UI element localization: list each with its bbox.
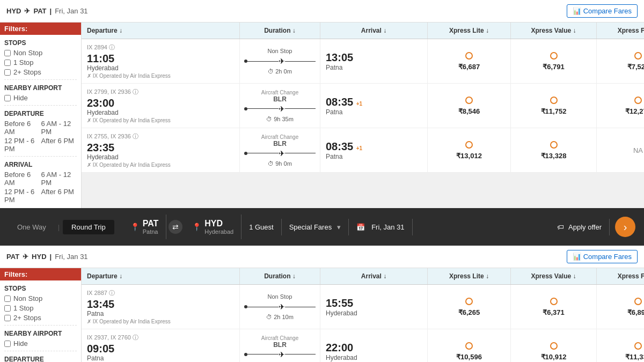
lite-cell-1-2[interactable]: ₹8,546 [428,84,511,128]
value-cell-1-2[interactable]: ₹11,752 [511,84,597,128]
tab-oneway[interactable]: One Way [9,220,55,234]
lite-radio-1-3[interactable] [465,141,473,149]
route2-date: Fri, Jan 31 [55,253,87,261]
flex-radio-2-1[interactable] [634,298,642,305]
from-field[interactable]: 📍 PAT Patna [123,215,167,239]
date-value: Fri, Jan 31 [371,223,404,231]
twostop1-checkbox[interactable] [4,69,11,76]
value-cell-2-1[interactable]: ₹6,371 [511,285,597,329]
arr-cell-2-1: 15:55 Hyderabad [320,285,428,329]
flex-radio-1-2[interactable] [634,97,642,104]
filter-1stop2[interactable]: 1 Stop [4,304,77,312]
lite-cell-2-2[interactable]: ₹10,596 [428,329,511,362]
flex-cell-1-2[interactable]: ₹12,278 [597,84,644,128]
value-radio-1-1[interactable] [550,52,558,60]
flex-cell-2-2[interactable]: ₹11,332 [597,329,644,362]
flex-cell-1-3: NA [597,128,644,172]
next-btn[interactable]: › [615,217,635,237]
flex-cell-2-1[interactable]: ₹6,895 [597,285,644,329]
route1-sep: | [50,7,52,15]
guests-value: 1 Guest [249,223,274,231]
filter-hide2[interactable]: Hide [4,339,77,348]
filter-nonstop1[interactable]: Non Stop [4,49,77,57]
route2-to: HYD [32,253,46,261]
value-cell-1-1[interactable]: ₹6,791 [511,39,597,83]
swap-btn[interactable]: ⇄ [169,220,182,234]
flight-row-1-2: IX 2799, IX 2936 ⓘ 23:00 Hyderabad ✗ IX … [82,84,644,128]
twostop2-label: 2+ Stops [13,314,41,322]
dep-cell-1-2: IX 2799, IX 2936 ⓘ 23:00 Hyderabad ✗ IX … [82,84,240,128]
filter-nonstop2[interactable]: Non Stop [4,294,77,302]
route1-to: PAT [33,7,46,15]
flight-row-2-1: IX 2887 ⓘ 13:45 Patna ✗ IX Operated by A… [82,285,644,329]
tag-icon: 🏷 [557,223,564,231]
value-cell-1-3[interactable]: ₹13,328 [511,128,597,172]
lite-radio-1-1[interactable] [465,52,473,60]
dep-cell-1-1: IX 2894 ⓘ 11:05 Hyderabad ✗ IX Operated … [82,39,240,83]
calendar-icon: 📅 [356,223,365,231]
route1-date: Fri, Jan 31 [55,7,87,15]
filters2-title: Filters: [0,268,81,280]
onestop1-checkbox[interactable] [4,60,11,66]
col-lite2: Xpress Lite ↓ [428,268,511,284]
departure1-label: DEPARTURE [4,110,77,117]
value-cell-2-2[interactable]: ₹10,912 [511,329,597,362]
apply-offer-field[interactable]: 🏷 Apply offer [550,219,610,235]
from-city: Patna [143,228,159,235]
filter-hide1[interactable]: Hide [4,94,77,102]
nearby1-label: NEARBY AIRPORT [4,84,77,92]
lite-radio-1-2[interactable] [465,97,473,104]
tab-roundtrip[interactable]: Round Trip [63,220,114,234]
col-departure2: Departure ↓ [82,268,240,284]
fares-field[interactable]: Special Fares ▾ [282,219,349,235]
dep-cell-1-3: IX 2755, IX 2936 ⓘ 23:35 Hyderabad ✗ IX … [82,128,240,172]
nonstop1-checkbox[interactable] [4,50,11,56]
route2-title: PAT ✈ HYD | Fri, Jan 31 [6,253,88,261]
col-duration2: Duration ↓ [240,268,320,284]
filter-2plus1[interactable]: 2+ Stops [4,68,77,76]
twostop2-checkbox[interactable] [4,315,11,321]
nearby2-label: NEARBY AIRPORT [4,330,77,337]
nonstop2-checkbox[interactable] [4,295,11,302]
hide2-checkbox[interactable] [4,341,11,347]
flight-row-2-2: IX 2937, IX 2760 ⓘ 09:05 Patna ✗ IX Oper… [82,329,644,362]
guests-field[interactable]: 1 Guest [241,219,282,235]
filter-1stop1[interactable]: 1 Stop [4,58,77,67]
nonstop2-label: Non Stop [13,294,42,302]
lite-radio-2-1[interactable] [465,298,473,305]
departure2-label: DEPARTURE [4,356,77,362]
value-radio-2-2[interactable] [550,342,558,350]
hide1-checkbox[interactable] [4,95,11,101]
filter-2plus2[interactable]: 2+ Stops [4,314,77,322]
sidebar1: Filters: STOPS Non Stop 1 Stop 2+ Stops … [0,23,82,208]
date-field[interactable]: 📅 Fri, Jan 31 [349,219,412,235]
col-flex1: Xpress Flex ↓ [597,23,644,39]
onestop2-label: 1 Stop [13,304,34,312]
flex-radio-2-2[interactable] [634,342,642,350]
route2-arrow: ✈ [23,253,28,261]
to-field[interactable]: 📍 HYD Hyderabad [185,215,241,239]
value-radio-1-3[interactable] [550,141,558,149]
value-radio-1-2[interactable] [550,97,558,104]
route2-sep: | [50,253,52,261]
value-radio-2-1[interactable] [550,298,558,305]
lite-radio-2-2[interactable] [465,342,473,350]
route2-compare-btn[interactable]: 📊 Compare Fares [567,250,638,263]
route1-compare-btn[interactable]: 📊 Compare Fares [567,4,638,18]
flex-radio-1-1[interactable] [634,52,642,60]
lite-cell-1-3[interactable]: ₹13,012 [428,128,511,172]
col-arrival2: Arrival ↓ [320,268,428,284]
chevron-down-icon: ▾ [337,223,341,231]
lite-cell-2-1[interactable]: ₹6,265 [428,285,511,329]
col-headers1: Departure ↓ Duration ↓ Arrival ↓ Xpress … [82,23,644,39]
lite-cell-1-1[interactable]: ₹6,687 [428,39,511,83]
dep-cell-2-2: IX 2937, IX 2760 ⓘ 09:05 Patna ✗ IX Oper… [82,329,240,362]
arr-cell-1-2: 08:35 +1 Patna [320,84,428,128]
arr-cell-2-2: 22:00 Hyderabad [320,329,428,362]
flight-row-1-3: IX 2755, IX 2936 ⓘ 23:35 Hyderabad ✗ IX … [82,128,644,173]
dur-cell-1-1: Non Stop ✈ ⏱ 2h 0m [240,39,320,83]
flex-cell-1-1[interactable]: ₹7,527 [597,39,644,83]
flights2-container: Departure ↓ Duration ↓ Arrival ↓ Xpress … [82,268,644,362]
col-value2: Xpress Value ↓ [511,268,597,284]
onestop2-checkbox[interactable] [4,305,11,312]
